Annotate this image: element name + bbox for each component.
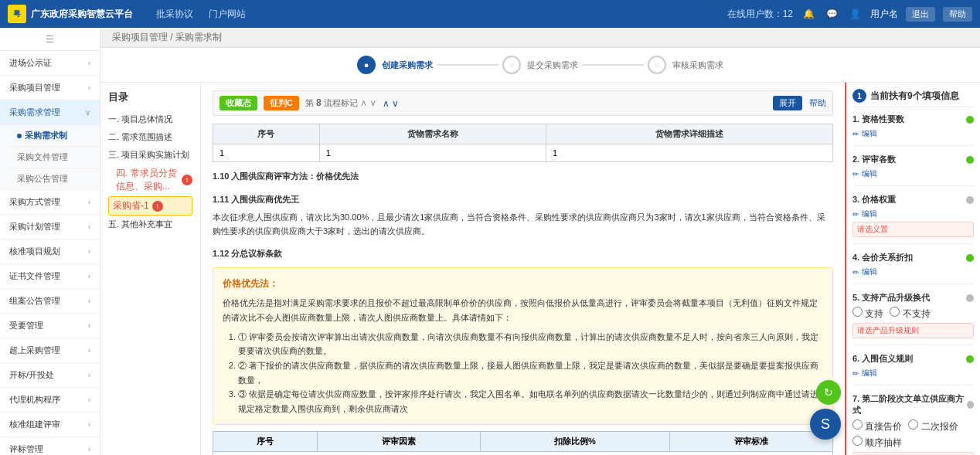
sidebar-item-purchase-method[interactable]: 采购方式管理 › xyxy=(0,190,100,215)
nav-arrows[interactable]: ∧ ∨ xyxy=(383,98,399,109)
breadcrumb: 采购项目管理 / 采购需求制 xyxy=(100,28,980,48)
logout-button[interactable]: 退出 xyxy=(906,7,935,22)
step-3: ○ 审核采购需求 xyxy=(648,56,723,74)
section-110: 1.10 入围供应商评审方法：价格优先法 xyxy=(213,170,833,184)
cell-seq: 1 xyxy=(213,144,320,162)
check-item-3-warning: 请选义置 xyxy=(852,222,974,237)
check-item-2-edit[interactable]: ✏ 编辑 xyxy=(852,168,974,179)
toc-item-3[interactable]: 三. 项目采购实施计划 xyxy=(108,146,192,164)
check-item-4: 4. 会价关系折扣 ✏ 编辑 xyxy=(852,252,974,284)
toolbar-right: 展开 帮助 xyxy=(773,96,826,110)
check-item-4-edit[interactable]: ✏ 编辑 xyxy=(852,267,974,277)
check-item-1: 1. 资格性要数 ✏ 编辑 xyxy=(852,114,974,146)
panel-number-icon: 1 xyxy=(852,89,866,103)
sidebar-item-doc-mgmt[interactable]: 采购文件管理 xyxy=(8,147,100,168)
toc-item-2[interactable]: 二. 需求范围描述 xyxy=(108,128,192,146)
radio-direct-quote[interactable] xyxy=(852,419,863,430)
cell-desc: 1 xyxy=(546,144,833,162)
toc-item-4-sub[interactable]: 采购省-1 ! xyxy=(108,196,192,216)
sidebar-item-procurement-req[interactable]: 采购需求制 xyxy=(8,125,100,147)
top-nav-right: 在线用户数：12 🔔 💬 👤 用户名 退出 帮助 xyxy=(727,6,972,22)
check-item-7-title: 7. 第二阶段次文单立供应商方式 xyxy=(852,393,967,416)
sidebar-item-evaluation[interactable]: 评标管理 › xyxy=(0,437,100,455)
sidebar-item-bid-open[interactable]: 开标/开投处 › xyxy=(0,363,100,388)
price-desc-text: 价格优先法是指对满足采购需求要求的且报价不超过最高限制单价价的供应商，按照向低报… xyxy=(223,296,823,324)
sidebar-item-announce-mgmt[interactable]: 采购公告管理 xyxy=(8,168,100,190)
radio-no-support[interactable] xyxy=(890,307,900,317)
check-item-3: 3. 价格权重 ✏ 编辑 请选义置 xyxy=(852,194,974,244)
radio-support[interactable] xyxy=(852,307,863,317)
check-item-2: 2. 评审各数 ✏ 编辑 xyxy=(852,154,974,186)
check-item-6-edit[interactable]: ✏ 编辑 xyxy=(852,368,974,379)
check-item-3-edit[interactable]: ✏ 编辑 xyxy=(852,209,974,219)
score-col-factor: 评审因素 xyxy=(317,431,480,451)
check-item-5-warning: 请选产品升级规则 xyxy=(852,323,974,338)
bell-icon[interactable]: 🔔 xyxy=(801,6,816,22)
sidebar-item-review-group[interactable]: 核准组建评审 › xyxy=(0,413,100,437)
score-col-seq: 序号 xyxy=(213,431,318,451)
sidebar-item-approval[interactable]: 核准项目规划 › xyxy=(0,239,100,264)
check-item-7-options-row2: 顺序抽样 xyxy=(852,436,974,450)
score-col-standard: 评审标准 xyxy=(669,431,832,451)
help-link[interactable]: 帮助 xyxy=(809,98,826,107)
status-badge-green: 收藏态 xyxy=(219,96,257,110)
sidebar-item-project-mgmt[interactable]: 采购项目管理 › xyxy=(0,76,100,100)
step-2: ○ 提交采购需求 xyxy=(502,56,578,74)
step-line-2 xyxy=(582,64,644,66)
col-header-seq: 序号 xyxy=(213,124,320,144)
sidebar-item-receive[interactable]: 受要管理 › xyxy=(0,314,100,338)
col-header-desc: 货物需求详细描述 xyxy=(546,124,833,144)
check-dot-4 xyxy=(966,254,974,262)
score-cell-none: 无 xyxy=(213,451,833,455)
doc-toolbar: 收藏态 征判C 第 8 流程标记 ∧ ∨ ∧ ∨ 展开 帮助 xyxy=(213,90,833,116)
nav-link-batch[interactable]: 批采协议 xyxy=(156,8,193,21)
table-row: 1 1 1 xyxy=(213,144,833,162)
section-111: 1.11 入围供应商优先王 本次征求意人围供应商，请次比为30.00%，且最少请… xyxy=(213,193,833,239)
nav-link-portal[interactable]: 门户网站 xyxy=(209,8,246,21)
sidebar-item-plan-mgmt[interactable]: 采购计划管理 › xyxy=(0,215,100,239)
radio-second-quote[interactable] xyxy=(908,419,918,430)
toc-item-4[interactable]: 四. 常求员分货信息、采购... ! xyxy=(108,164,192,196)
check-item-4-header: 4. 会价关系折扣 xyxy=(852,252,974,263)
check-dot-6 xyxy=(966,355,974,363)
rule-3: ③ 依据是确定每位请次供应商应数量，按评家排序处行请次，我定入围名单。如电联名单… xyxy=(238,387,823,416)
check-item-5-header: 5. 支持产品升级换代 xyxy=(852,292,974,304)
expand-button[interactable]: 展开 xyxy=(773,96,802,110)
check-item-1-title: 1. 资格性要数 xyxy=(852,114,904,125)
check-item-1-header: 1. 资格性要数 xyxy=(852,114,974,125)
help-button[interactable]: 帮助 xyxy=(943,7,972,22)
sidebar-item-super-purchase[interactable]: 超上采购管理 › xyxy=(0,338,100,363)
username-label[interactable]: 用户名 xyxy=(870,8,898,21)
sidebar-item-case-announce[interactable]: 组案公告管理 › xyxy=(0,289,100,314)
toc-panel: 目录 一. 项目总体情况 二. 需求范围描述 三. 项目采购实施计划 四. 常求… xyxy=(100,83,201,455)
check-item-4-title: 4. 会价关系折扣 xyxy=(852,252,913,263)
chat-button[interactable]: S xyxy=(810,409,841,440)
step-label-2: 提交采购需求 xyxy=(527,59,578,71)
steps-bar: ● 创建采购需求 ○ 提交采购需求 ○ 审核采购需求 xyxy=(100,48,980,83)
radio-seq-sample[interactable] xyxy=(852,436,863,446)
refresh-button[interactable]: ↻ xyxy=(816,380,841,405)
user-icon[interactable]: 👤 xyxy=(847,6,863,22)
check-item-1-edit[interactable]: ✏ 编辑 xyxy=(852,128,974,139)
score-col-deduct: 扣除比例% xyxy=(481,431,670,451)
toc-title: 目录 xyxy=(108,90,192,104)
step-circle-3: ○ xyxy=(648,56,666,74)
sidebar-toggle[interactable]: ☰ xyxy=(0,28,100,51)
online-user-count: 在线用户数：12 xyxy=(727,8,793,21)
step-circle-2: ○ xyxy=(502,56,521,74)
price-method-box: 价格优先法： 价格优先法是指对满足采购需求要求的且报价不超过最高限制单价价的供应… xyxy=(213,267,833,425)
doc-panel: 收藏态 征判C 第 8 流程标记 ∧ ∨ ∧ ∨ 展开 帮助 序号 货物需求名称 xyxy=(201,83,845,455)
toc-item-5[interactable]: 五. 其他补充事宜 xyxy=(108,216,192,233)
score-table-row: 无 xyxy=(213,451,833,455)
toc-item-1[interactable]: 一. 项目总体情况 xyxy=(108,110,192,128)
message-icon[interactable]: 💬 xyxy=(824,6,839,22)
sidebar-item-cert-mgmt[interactable]: 证书文件管理 › xyxy=(0,264,100,289)
price-title-text: 价格优先法： xyxy=(223,278,278,289)
check-item-7-header: 7. 第二阶段次文单立供应商方式 xyxy=(852,393,974,416)
sidebar: ☰ 进场公示证 › 采购项目管理 › 采购需求管理 ∨ 采购需求制 采购文件管理… xyxy=(0,28,100,455)
platform-name: 广东政府采购智慧云平台 xyxy=(31,8,133,21)
sidebar-item-entrance[interactable]: 进场公示证 › xyxy=(0,51,100,76)
check-item-7-options-row1: 直接告价 二次报价 xyxy=(852,419,974,433)
sidebar-item-procurement-mgmt[interactable]: 采购需求管理 ∨ xyxy=(0,100,100,125)
sidebar-item-agency[interactable]: 代理机构程序 › xyxy=(0,388,100,413)
